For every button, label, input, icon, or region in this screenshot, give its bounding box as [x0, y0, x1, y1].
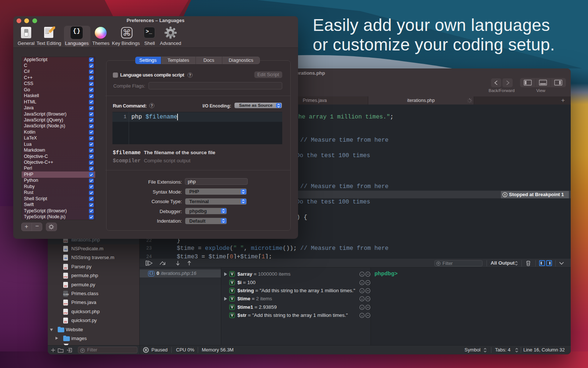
svg-text:⌘: ⌘: [123, 28, 131, 38]
